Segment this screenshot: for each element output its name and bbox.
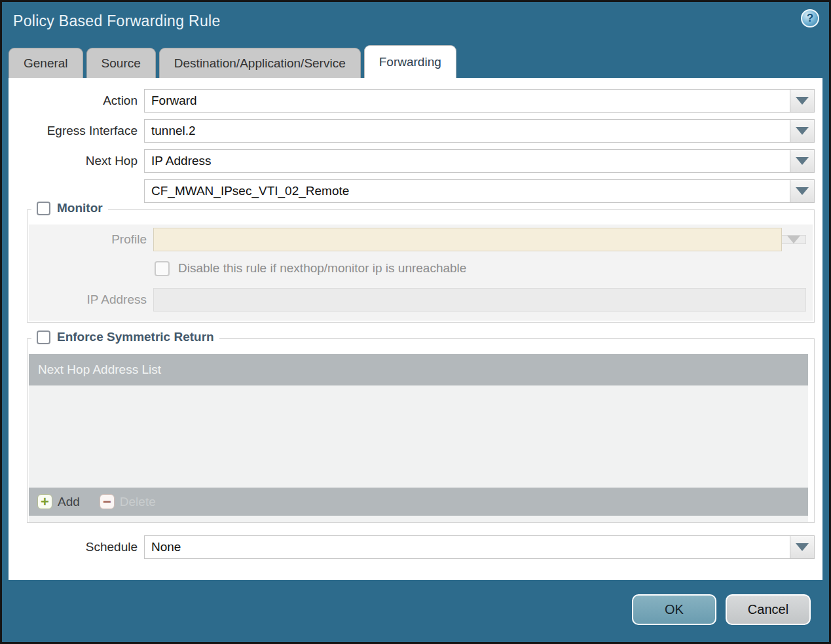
profile-label: Profile xyxy=(29,232,153,247)
monitor-group: Monitor Profile Disable this rule if nex… xyxy=(27,209,815,323)
tab-destination-application-service[interactable]: Destination/Application/Service xyxy=(159,48,361,78)
monitor-ip-address-label: IP Address xyxy=(29,293,153,307)
chevron-down-icon xyxy=(796,187,809,195)
action-row: Action Forward xyxy=(9,89,815,113)
dialog-title: Policy Based Forwarding Rule xyxy=(13,12,221,30)
delete-button-label: Delete xyxy=(120,495,156,509)
action-label: Action xyxy=(9,94,144,108)
enforce-symmetric-return-legend-label: Enforce Symmetric Return xyxy=(57,330,214,344)
tab-bar: General Source Destination/Application/S… xyxy=(2,41,829,78)
schedule-row: Schedule None xyxy=(9,535,815,559)
add-button[interactable]: + Add xyxy=(37,494,80,509)
egress-interface-label: Egress Interface xyxy=(9,124,144,138)
disable-rule-label: Disable this rule if nexthop/monitor ip … xyxy=(178,261,466,276)
tab-general[interactable]: General xyxy=(9,48,83,78)
enforce-symmetric-return-legend: Enforce Symmetric Return xyxy=(31,330,219,344)
monitor-ip-address-input xyxy=(153,288,806,312)
egress-interface-row: Egress Interface tunnel.2 xyxy=(9,119,815,143)
ok-button[interactable]: OK xyxy=(632,594,716,625)
chevron-down-icon xyxy=(796,127,809,135)
plus-icon: + xyxy=(37,494,52,509)
monitor-panel: Profile Disable this rule if nexthop/mon… xyxy=(29,224,813,321)
egress-interface-select[interactable]: tunnel.2 xyxy=(144,119,790,143)
table-scrollbar-track xyxy=(29,516,808,522)
dialog-titlebar: Policy Based Forwarding Rule ? xyxy=(2,2,829,41)
next-hop-address-select[interactable]: CF_MWAN_IPsec_VTI_02_Remote xyxy=(144,179,790,203)
forwarding-tab-panel: Action Forward Egress Interface tunnel.2… xyxy=(9,78,822,580)
action-dropdown-button[interactable] xyxy=(790,89,815,113)
enforce-symmetric-return-checkbox[interactable] xyxy=(37,331,50,344)
monitor-legend-label: Monitor xyxy=(57,201,103,215)
next-hop-address-dropdown-button[interactable] xyxy=(790,179,815,203)
cancel-button[interactable]: Cancel xyxy=(726,594,811,625)
next-hop-dropdown-button[interactable] xyxy=(790,149,815,173)
monitor-checkbox[interactable] xyxy=(37,202,50,215)
table-toolbar: + Add − Delete xyxy=(29,488,808,516)
help-icon[interactable]: ? xyxy=(801,9,819,27)
next-hop-address-list-table: Next Hop Address List + Add − Delete xyxy=(29,354,808,522)
chevron-down-icon xyxy=(796,97,809,105)
enforce-symmetric-return-group: Enforce Symmetric Return Next Hop Addres… xyxy=(27,338,815,523)
profile-select xyxy=(153,228,782,251)
table-body[interactable] xyxy=(29,385,808,488)
add-button-label: Add xyxy=(58,495,80,509)
profile-dropdown-button xyxy=(782,235,806,244)
table-header[interactable]: Next Hop Address List xyxy=(29,354,808,385)
next-hop-address-row: CF_MWAN_IPsec_VTI_02_Remote xyxy=(9,179,815,203)
next-hop-type-select[interactable]: IP Address xyxy=(144,149,790,173)
schedule-dropdown-button[interactable] xyxy=(790,535,815,559)
disable-rule-row: Disable this rule if nexthop/monitor ip … xyxy=(155,259,813,277)
policy-based-forwarding-dialog: Policy Based Forwarding Rule ? General S… xyxy=(0,0,831,644)
action-select[interactable]: Forward xyxy=(144,89,790,113)
chevron-down-icon xyxy=(796,157,809,165)
tab-forwarding[interactable]: Forwarding xyxy=(364,45,456,78)
profile-row: Profile xyxy=(29,228,806,251)
chevron-down-icon xyxy=(787,236,800,243)
tab-source[interactable]: Source xyxy=(86,48,156,78)
next-hop-label: Next Hop xyxy=(9,154,144,168)
schedule-select[interactable]: None xyxy=(144,535,790,559)
disable-rule-checkbox xyxy=(155,261,170,276)
chevron-down-icon xyxy=(796,543,809,551)
monitor-legend: Monitor xyxy=(31,201,108,215)
next-hop-row: Next Hop IP Address xyxy=(9,149,815,173)
egress-interface-dropdown-button[interactable] xyxy=(790,119,815,143)
schedule-label: Schedule xyxy=(9,540,144,554)
delete-button: − Delete xyxy=(100,494,156,509)
monitor-ip-address-row: IP Address xyxy=(29,288,806,312)
minus-icon: − xyxy=(100,494,115,509)
